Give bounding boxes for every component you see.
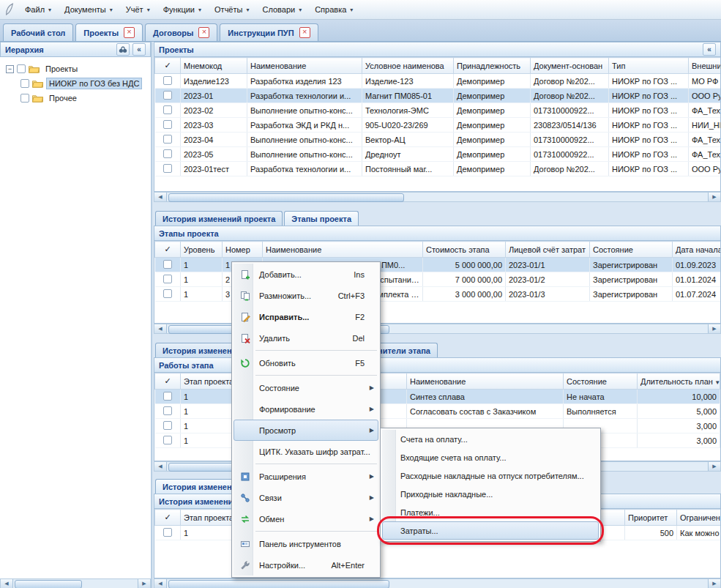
tree-item-label[interactable]: Проекты xyxy=(42,63,81,75)
select-all-column-header[interactable]: ✓ xyxy=(155,373,181,390)
history-horizontal-scrollbar[interactable] xyxy=(154,578,721,588)
row-checkbox[interactable] xyxy=(163,164,172,173)
menubar-item[interactable]: Функции▾ xyxy=(157,3,207,16)
menu-item[interactable]: Затраты... xyxy=(382,521,599,540)
menu-item[interactable]: УдалитьDel xyxy=(234,327,378,349)
menu-item[interactable]: Счета на оплату... xyxy=(382,430,599,448)
column-header[interactable]: Наименование xyxy=(263,242,423,258)
menubar-item[interactable]: Отчёты▾ xyxy=(209,3,255,16)
column-header[interactable]: Уровень xyxy=(181,242,223,258)
table-row[interactable]: 2023-02Выполнение опытно-конс...Технолог… xyxy=(155,103,721,118)
scroll-left-button[interactable] xyxy=(154,324,167,333)
tree-checkbox[interactable] xyxy=(20,94,29,103)
scrollbar-thumb[interactable] xyxy=(15,580,82,588)
menu-item[interactable]: Размножить...Ctrl+F3 xyxy=(234,285,378,306)
tree-item-root[interactable]: Проекты xyxy=(1,62,149,76)
collapse-node-icon[interactable] xyxy=(6,65,14,73)
row-checkbox[interactable] xyxy=(163,421,172,430)
scroll-right-button[interactable] xyxy=(708,579,720,588)
tab-close-icon[interactable]: × xyxy=(198,27,209,38)
menu-item[interactable]: Настройки...Alt+Enter xyxy=(234,554,378,576)
table-row[interactable]: 2023-01тестРазработка технологии и...Пос… xyxy=(155,162,721,176)
tree-item[interactable]: Прочее xyxy=(1,91,149,105)
menubar-item[interactable]: Словари▾ xyxy=(256,3,307,16)
tree-item-label[interactable]: Прочее xyxy=(46,92,80,104)
sidebar-horizontal-scrollbar[interactable] xyxy=(0,578,151,588)
column-header[interactable]: Дата начала план xyxy=(673,242,721,258)
column-header[interactable]: Наименование xyxy=(247,58,362,74)
tab-close-icon[interactable]: × xyxy=(299,27,310,38)
menu-item[interactable]: Связи▶ xyxy=(234,487,378,508)
column-header[interactable]: Номер xyxy=(223,242,263,258)
select-all-column-header[interactable]: ✓ xyxy=(155,510,181,526)
menu-item[interactable]: Просмотр▶ xyxy=(234,420,378,441)
row-checkbox[interactable] xyxy=(163,91,172,100)
menu-item[interactable]: Приходные накладные... xyxy=(382,485,599,503)
scrollbar-thumb[interactable] xyxy=(168,193,404,202)
row-checkbox[interactable] xyxy=(163,406,172,415)
row-checkbox[interactable] xyxy=(163,120,172,129)
menu-item[interactable]: ОбновитьF5 xyxy=(234,352,378,373)
row-checkbox[interactable] xyxy=(163,528,172,537)
tab[interactable]: Этапы проекта xyxy=(284,211,359,226)
tab[interactable]: Рабочий стол xyxy=(3,23,73,41)
menu-item[interactable]: Панель инструментов xyxy=(234,533,378,554)
scroll-left-button[interactable] xyxy=(154,193,167,201)
tab[interactable]: Договоры× xyxy=(145,23,217,41)
menubar-item[interactable]: Документы▾ xyxy=(59,3,119,16)
tree-checkbox[interactable] xyxy=(20,79,29,88)
row-checkbox[interactable] xyxy=(163,392,172,401)
column-header[interactable]: Мнемокод xyxy=(181,58,247,74)
column-header[interactable]: Длительность план ▼ xyxy=(638,373,720,390)
collapse-panel-icon[interactable] xyxy=(132,43,146,56)
tab[interactable]: История изменений проекта xyxy=(155,211,283,226)
row-checkbox[interactable] xyxy=(163,275,172,283)
scrollbar-thumb[interactable] xyxy=(168,580,389,588)
scroll-right-button[interactable] xyxy=(708,193,720,201)
projects-horizontal-scrollbar[interactable] xyxy=(154,192,721,202)
column-header[interactable]: Тип xyxy=(609,58,689,74)
scroll-left-button[interactable] xyxy=(154,462,167,471)
table-row[interactable]: 2023-05Выполнение опытно-конс...Дредноут… xyxy=(155,147,721,162)
menu-item[interactable]: ЦИТК. Указать шифр затрат... xyxy=(234,441,378,462)
column-header[interactable]: Условное наименова xyxy=(362,58,454,74)
column-header[interactable]: Документ-основан xyxy=(531,58,609,74)
scroll-right-button[interactable] xyxy=(138,579,150,588)
menu-item[interactable]: Состояние▶ xyxy=(234,377,378,398)
menu-item[interactable]: Платежи... xyxy=(382,503,599,521)
menu-item[interactable]: Формирование▶ xyxy=(234,398,378,420)
column-header[interactable]: Ограничение xyxy=(677,510,721,526)
row-checkbox[interactable] xyxy=(163,76,172,85)
menu-item[interactable]: Расширения▶ xyxy=(234,466,378,487)
tab[interactable]: Инструкции ПУП× xyxy=(220,23,318,41)
row-checkbox[interactable] xyxy=(163,149,172,158)
table-row[interactable]: 2023-01Разработка технологии и...Магнит … xyxy=(155,89,721,103)
column-header[interactable]: Состояние xyxy=(590,242,673,258)
menubar-item[interactable]: Файл▾ xyxy=(19,3,57,16)
tab[interactable]: Проекты× xyxy=(75,23,143,41)
tree-checkbox[interactable] xyxy=(17,64,26,73)
menu-item[interactable]: Обмен▶ xyxy=(234,508,378,529)
menu-item[interactable]: Расходные накладные на отпуск потребител… xyxy=(382,466,599,485)
scroll-right-button[interactable] xyxy=(708,462,720,471)
scroll-left-button[interactable] xyxy=(1,579,13,588)
table-row[interactable]: 2023-04Выполнение опытно-конс...Вектор-А… xyxy=(155,133,721,147)
select-all-column-header[interactable]: ✓ xyxy=(155,58,181,74)
column-header[interactable]: Наименование xyxy=(407,373,564,390)
collapse-panel-icon[interactable] xyxy=(703,43,716,56)
menubar-item[interactable]: Учёт▾ xyxy=(120,3,156,16)
row-checkbox[interactable] xyxy=(163,260,172,269)
tab-close-icon[interactable]: × xyxy=(124,27,135,38)
tree-item[interactable]: НИОКР по ГОЗ без НДС xyxy=(1,76,149,91)
select-all-column-header[interactable]: ✓ xyxy=(155,242,181,258)
column-header[interactable]: Лицевой счёт затрат xyxy=(506,242,590,258)
column-header[interactable]: Внешний заказчик xyxy=(689,58,721,74)
scroll-right-button[interactable] xyxy=(708,324,720,333)
table-row[interactable]: 2023-03Разработка ЭКД и РКД н...905-U020… xyxy=(155,118,721,133)
row-checkbox[interactable] xyxy=(163,289,172,298)
menubar-item[interactable]: Справка▾ xyxy=(309,3,359,16)
menu-item[interactable]: Исправить...F2 xyxy=(234,306,378,327)
column-header[interactable]: Стоимость этапа xyxy=(423,242,506,258)
tree-item-label[interactable]: НИОКР по ГОЗ без НДС xyxy=(46,78,142,89)
binoculars-search-icon[interactable] xyxy=(116,43,130,56)
